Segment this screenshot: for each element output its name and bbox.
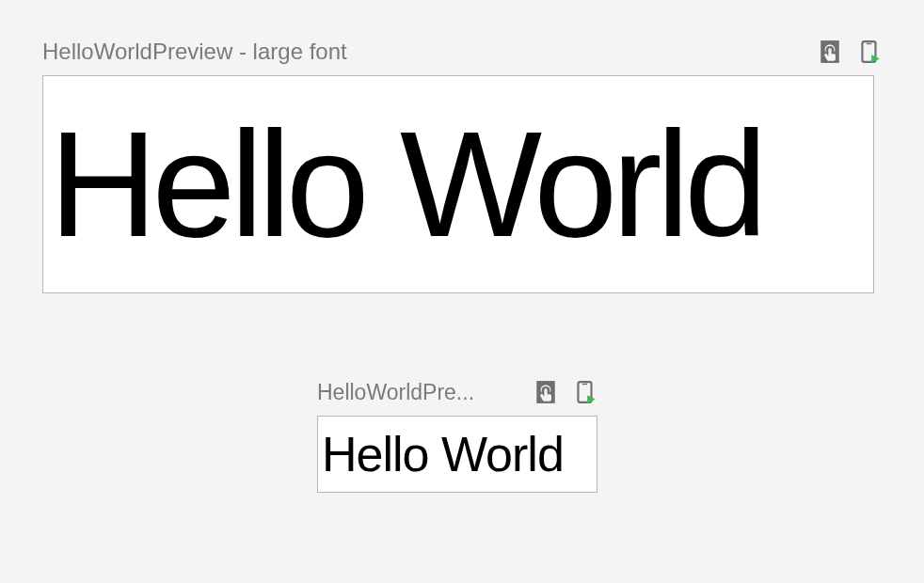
- preview-canvas-large[interactable]: Hello World: [42, 75, 874, 293]
- svg-rect-5: [582, 384, 587, 385]
- preview-canvas-small[interactable]: Hello World: [317, 416, 597, 493]
- preview-actions: [534, 380, 597, 404]
- hand-tap-icon: [534, 380, 558, 404]
- preview-content-text: Hello World: [322, 430, 564, 479]
- preview-actions: [818, 39, 882, 64]
- deploy-device-icon: [573, 380, 597, 404]
- deploy-preview-button[interactable]: [857, 39, 882, 64]
- deploy-preview-button[interactable]: [573, 380, 597, 404]
- hand-tap-icon: [818, 39, 842, 64]
- preview-title: HelloWorldPre...: [317, 380, 474, 405]
- preview-content-text: Hello World: [49, 109, 762, 260]
- interactive-mode-button[interactable]: [818, 39, 842, 64]
- interactive-mode-button[interactable]: [534, 380, 558, 404]
- preview-large-font: HelloWorldPreview - large font Hello Wor…: [42, 38, 882, 293]
- svg-rect-2: [867, 43, 871, 44]
- preview-header: HelloWorldPreview - large font: [42, 38, 882, 66]
- preview-small: HelloWorldPre... Hello World: [317, 378, 597, 493]
- preview-title: HelloWorldPreview - large font: [42, 39, 347, 65]
- deploy-device-icon: [857, 39, 882, 64]
- preview-header: HelloWorldPre...: [317, 378, 597, 406]
